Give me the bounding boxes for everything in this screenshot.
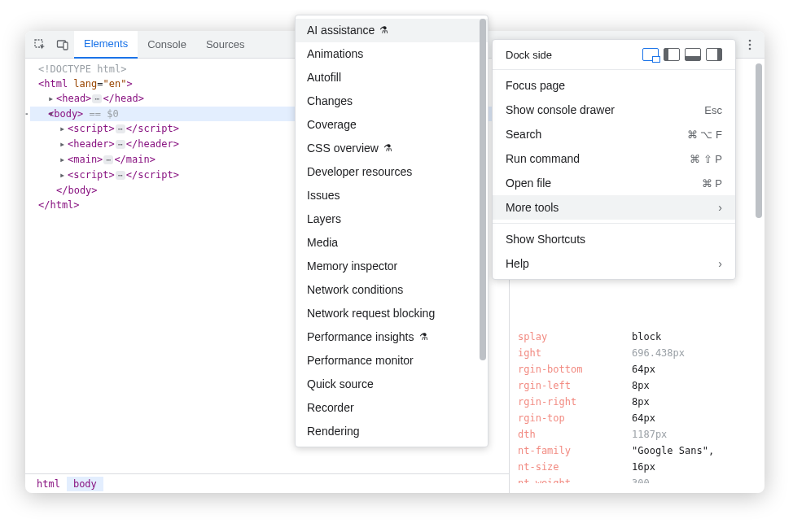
style-prop: nt-size (518, 459, 632, 475)
style-prop: rgin-right (518, 394, 632, 410)
submenu-item-label: CSS overview (307, 142, 379, 155)
submenu-item-quick-source[interactable]: Quick source (296, 373, 488, 396)
submenu-item-label: Performance monitor (307, 354, 414, 368)
crumb-html[interactable]: html (30, 477, 67, 491)
menu-item-label: Run command (506, 152, 580, 165)
submenu-item-rendering[interactable]: Rendering (296, 420, 488, 443)
style-val: 1187px (632, 426, 667, 443)
style-row[interactable]: dth1187px (518, 426, 756, 443)
inspect-icon[interactable] (28, 33, 51, 56)
menu-shortcut: ⌘ ⇧ P (690, 153, 722, 165)
dock-undock-icon[interactable] (642, 48, 659, 61)
crumb-body[interactable]: body (67, 477, 103, 491)
menu-item-label: Show Shortcuts (506, 233, 585, 246)
menu-item-label: Search (506, 128, 541, 141)
submenu-item-network-request-blocking[interactable]: Network request blocking (296, 302, 488, 325)
style-row[interactable]: ight696.438px (518, 345, 756, 361)
submenu-item-label: Layers (307, 212, 341, 226)
style-val: 8px (632, 377, 650, 394)
menu-item-label: Show console drawer (506, 103, 615, 116)
style-row[interactable]: rgin-bottom64px (518, 361, 756, 377)
experimental-icon: ⚗ (383, 142, 392, 155)
tab-sources[interactable]: Sources (196, 31, 255, 59)
svg-point-5 (749, 43, 751, 46)
submenu-item-css-overview[interactable]: CSS overview⚗ (296, 137, 488, 160)
styles-scrollbar[interactable] (756, 63, 762, 488)
tab-console[interactable]: Console (138, 31, 196, 59)
dock-side-label: Dock side (506, 49, 552, 61)
menu-item-help[interactable]: Help› (493, 251, 735, 276)
style-val: 300 (632, 475, 650, 483)
menu-item-more-tools[interactable]: More tools› (493, 195, 735, 220)
menu-item-focus-page[interactable]: Focus page (493, 73, 735, 98)
submenu-item-label: Media (307, 236, 338, 250)
submenu-item-label: Issues (307, 189, 340, 203)
style-row[interactable]: nt-size16px (518, 459, 756, 475)
submenu-item-changes[interactable]: Changes (296, 89, 488, 113)
menu-item-show-shortcuts[interactable]: Show Shortcuts (493, 227, 735, 251)
submenu-item-network-conditions[interactable]: Network conditions (296, 278, 488, 302)
style-val: 16px (632, 459, 655, 475)
dock-bottom-icon[interactable] (685, 48, 701, 61)
more-tools-submenu: AI assistance⚗AnimationsAutofillChangesC… (295, 15, 489, 447)
submenu-item-label: Coverage (307, 118, 357, 132)
svg-point-6 (749, 47, 751, 50)
dock-side-row: Dock side (493, 43, 735, 66)
submenu-item-performance-insights[interactable]: Performance insights⚗ (296, 325, 488, 349)
chevron-right-icon: › (718, 257, 722, 270)
style-row[interactable]: rgin-top64px (518, 410, 756, 426)
style-val: "Google Sans", (632, 443, 714, 459)
submenu-item-coverage[interactable]: Coverage (296, 113, 488, 137)
menu-item-label: More tools (506, 201, 559, 214)
submenu-item-label: Network request blocking (307, 307, 435, 321)
submenu-item-performance-monitor[interactable]: Performance monitor (296, 349, 488, 373)
submenu-item-media[interactable]: Media (296, 231, 488, 255)
style-row[interactable]: splayblock (518, 329, 756, 345)
style-row[interactable]: nt-family"Google Sans", (518, 443, 756, 459)
menu-item-search[interactable]: Search⌘ ⌥ F (493, 122, 735, 146)
submenu-item-label: Memory inspector (307, 259, 397, 273)
chevron-right-icon: › (718, 201, 722, 214)
menu-item-open-file[interactable]: Open file⌘ P (493, 171, 735, 195)
submenu-item-label: Autofill (307, 71, 341, 85)
style-prop: dth (518, 426, 632, 443)
experimental-icon: ⚗ (419, 330, 428, 344)
tab-elements[interactable]: Elements (74, 31, 138, 59)
svg-point-4 (749, 39, 751, 41)
kebab-menu-icon[interactable] (738, 33, 761, 56)
submenu-item-label: Performance insights (307, 330, 414, 344)
submenu-item-label: Rendering (307, 425, 360, 438)
device-toolbar-icon[interactable] (51, 33, 74, 56)
style-val: 64px (632, 361, 655, 377)
submenu-item-label: AI assistance (307, 24, 375, 37)
dock-left-icon[interactable] (664, 48, 680, 61)
menu-item-show-console-drawer[interactable]: Show console drawerEsc (493, 98, 735, 122)
devtools-main-menu: Dock side Focus pageShow console drawerE… (492, 39, 736, 280)
style-prop: rgin-left (518, 377, 632, 394)
style-row[interactable]: nt-weight300 (518, 475, 756, 483)
menu-item-run-command[interactable]: Run command⌘ ⇧ P (493, 146, 735, 171)
menu-item-label: Help (506, 257, 529, 270)
style-row[interactable]: rgin-right8px (518, 394, 756, 410)
menu-shortcut: ⌘ P (702, 177, 722, 190)
submenu-item-issues[interactable]: Issues (296, 184, 488, 207)
submenu-item-recorder[interactable]: Recorder (296, 396, 488, 420)
menu-shortcut: ⌘ ⌥ F (687, 129, 722, 141)
style-prop: splay (518, 329, 632, 345)
submenu-item-memory-inspector[interactable]: Memory inspector (296, 255, 488, 278)
svg-rect-2 (64, 42, 68, 50)
style-row[interactable]: rgin-left8px (518, 377, 756, 394)
breadcrumbs: html body (25, 473, 509, 493)
submenu-item-label: Quick source (307, 377, 374, 391)
dock-right-icon[interactable] (706, 48, 722, 61)
submenu-item-developer-resources[interactable]: Developer resources (296, 160, 488, 184)
submenu-scrollbar[interactable] (480, 19, 486, 443)
submenu-item-animations[interactable]: Animations (296, 42, 488, 66)
submenu-item-ai-assistance[interactable]: AI assistance⚗ (296, 19, 488, 42)
submenu-item-autofill[interactable]: Autofill (296, 66, 488, 89)
style-prop: nt-weight (518, 475, 632, 483)
style-val: block (632, 329, 661, 345)
submenu-item-layers[interactable]: Layers (296, 207, 488, 231)
experimental-icon: ⚗ (379, 24, 388, 37)
submenu-item-label: Animations (307, 47, 363, 61)
